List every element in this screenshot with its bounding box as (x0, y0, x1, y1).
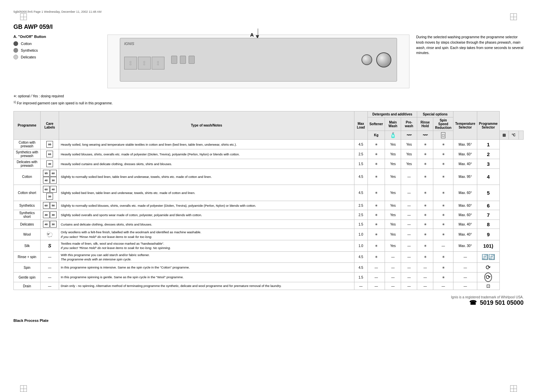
cell-care: 95604030 (41, 169, 59, 185)
cell-softener: ✳ (368, 169, 385, 185)
table-row: Drain — Drain only - no spinning. Altern… (14, 282, 524, 290)
th-softener: Softener (368, 117, 385, 131)
cell-programme: Cotton (14, 169, 41, 185)
cell-prewash: — (401, 210, 417, 220)
cell-prog: 101) (477, 240, 500, 251)
cell-maxload: 2.5 (354, 210, 368, 220)
rinsehold-icon: □ (441, 132, 445, 138)
cell-rinsehold: ✳ (417, 169, 433, 185)
cell-notes: Heavily soiled blouses, shirts, overalls… (59, 149, 354, 159)
softener-icon: 🧴 (390, 132, 396, 138)
cell-softener: — (368, 282, 385, 290)
cell-prewash: Yes (401, 149, 417, 159)
programme-item-delicates: Delicates (13, 55, 101, 59)
cell-programme: Synthetics (14, 201, 41, 210)
cell-notes: With this programme you can add starch a… (59, 251, 354, 263)
cell-rinsehold: ✳ (417, 210, 433, 220)
th-temperature: Temperature Selector (453, 111, 477, 140)
table-row: Delicates with prewash 40 Heavily soiled… (14, 159, 524, 169)
programme-item-cotton: Cotton (13, 41, 101, 46)
main-table: Programme Care Labels Type of wash/Notes… (13, 111, 524, 290)
cell-maxload: 1.5 (354, 220, 368, 229)
th-main-wash: Main Wash (385, 117, 401, 131)
cell-rinsehold: ✳ (417, 201, 433, 210)
cell-prog: 4 (477, 169, 500, 185)
cell-prewash: — (401, 220, 417, 229)
bottom-label: Black Process Plate (13, 318, 49, 323)
cell-care: — (41, 282, 59, 290)
spinspeed-icon: ⊞ (502, 133, 506, 138)
cell-spinspeed: ✳ (433, 273, 453, 282)
bottom-bar: Black Process Plate (13, 312, 524, 323)
table-row: Cotton short 604030 Slightly soiled bed … (14, 185, 524, 201)
cell-maxload: 1.0 (354, 229, 368, 240)
cell-spinspeed: ✳ (433, 263, 453, 273)
cell-programme: Wool (14, 229, 41, 240)
th-programme: Programme (14, 111, 41, 140)
cell-prog: 🔄🔄 (477, 251, 500, 263)
machine-body: IGNIS □□ □□ □□ (120, 38, 397, 82)
table-row: Delicates 4030 Curtains and delicate clo… (14, 220, 524, 229)
cell-mainwash: Yes (385, 229, 401, 240)
cell-prewash: — (401, 240, 417, 251)
th-special-options-group: Special options (417, 111, 453, 117)
programme-item-synthetics: Synthetics (13, 48, 101, 53)
th-rinse-hold: Rinse Hold (417, 117, 433, 131)
cell-softener: — (368, 263, 385, 273)
cell-prewash: — (401, 251, 417, 263)
cell-notes: Slightly soiled overalls and sports wear… (59, 210, 354, 220)
cell-mainwash: Yes (385, 210, 401, 220)
cell-prog: 3 (477, 159, 500, 169)
cell-prog: ⊡ (477, 282, 500, 290)
table-row: Synthetics 6050 Slightly to normally soi… (14, 201, 524, 210)
cell-mainwash: — (385, 282, 401, 290)
cell-spinspeed: ✳ (433, 210, 453, 220)
cell-maxload: 4.5 (354, 185, 368, 201)
th-programme-selector: Programme Selector (477, 111, 500, 140)
cell-temp: Max. 40° (453, 229, 477, 240)
cell-rinsehold: ✳ (417, 149, 433, 159)
th-detergents-group: Detergents and additives (368, 111, 417, 117)
cell-care: 95 (41, 140, 59, 149)
page-header: 5gb05000.fm5 Page 1 Wednesday, December … (13, 7, 524, 13)
cell-prewash: — (401, 229, 417, 240)
notes-section: ✳: optional / Yes : dosing required 1) F… (13, 94, 524, 106)
intro-section: A. "On/Off" Button Cotton Synthetics Del… (13, 35, 524, 88)
cell-rinsehold: ✳ (417, 240, 433, 251)
button-label: A. "On/Off" Button (13, 35, 101, 39)
cell-spinspeed: — (433, 282, 453, 290)
cell-prog: 1 (477, 140, 500, 149)
cell-prewash: — (401, 201, 417, 210)
left-panel: A. "On/Off" Button Cotton Synthetics Del… (13, 35, 101, 88)
machine-left-controls: □□ □□ □□ (124, 57, 164, 69)
cell-care: 4030 (41, 210, 59, 220)
synthetics-dot (13, 48, 18, 53)
footer-partno: ☎ 5019 501 05000 (451, 299, 524, 306)
cell-maxload: 2.5 (354, 149, 368, 159)
cell-care: 40 (41, 159, 59, 169)
machine-right-controls (361, 52, 394, 67)
cell-rinsehold: — (417, 263, 433, 273)
page-title: GB AWP 059/I (13, 23, 524, 31)
cell-programme: Synthetics with prewash (14, 149, 41, 159)
cell-softener: ✳ (368, 220, 385, 229)
cell-notes: Heavily soiled curtains and delicate clo… (59, 159, 354, 169)
machine-image: A IGNIS □□ □□ □□ (107, 35, 409, 88)
cell-mainwash: — (385, 273, 401, 282)
cell-mainwash: Yes (385, 201, 401, 210)
cell-notes: Textiles made of linen, silk, wool and v… (59, 240, 354, 251)
th-celsius: °C (509, 131, 519, 140)
cell-care: 6050 (41, 201, 59, 210)
cell-spinspeed: ✳ (433, 229, 453, 240)
table-row: Synthetics with prewash 60 Heavily soile… (14, 149, 524, 159)
cell-rinsehold: — (417, 273, 433, 282)
cell-temp: Max. 40° (453, 220, 477, 229)
delicates-label: Delicates (21, 55, 36, 59)
table-row: Cotton 95604030 Slightly to normally soi… (14, 169, 524, 185)
cell-care: 4030 (41, 220, 59, 229)
cotton-dot (13, 41, 18, 46)
cell-prog: 6 (477, 201, 500, 210)
th-rinsehold-icon: □ (433, 131, 453, 140)
th-pre-wash: Pre-wash (401, 117, 417, 131)
cell-temp: Max. 30° (453, 240, 477, 251)
